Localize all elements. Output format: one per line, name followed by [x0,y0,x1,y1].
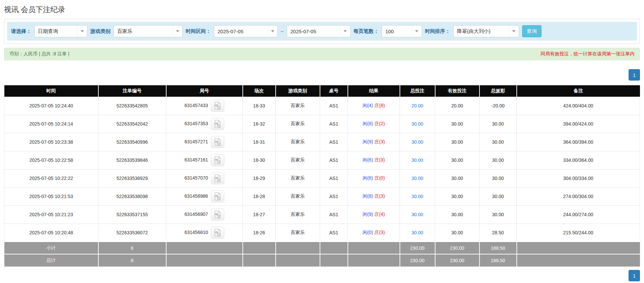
video-file-icon [214,192,221,200]
total-total-bet: 230.00 [400,254,435,267]
query-type-dropdown[interactable]: 日期查询 [34,25,87,37]
chevron-down-icon [267,26,277,37]
page-title: 视讯 会员下注纪录 [4,5,640,15]
video-file-icon [214,120,221,128]
column-header-10: 备注 [517,85,640,97]
sort-order-value: 降幂(由大到小) [454,26,509,37]
video-replay-button[interactable] [211,118,224,130]
total-empty-cell [320,254,348,267]
result-player: 闲(4) [363,103,373,108]
table-header-row: 时间注单编号局号场次游戏类别桌号结果总投注有效投注总派彩备注 [4,85,640,97]
total-bet-link[interactable]: 20.00 [411,103,423,108]
total-bet-link[interactable]: 30.00 [411,230,423,235]
cell-result: 闲(6) 庄(3) [348,151,400,169]
cell-result: 闲(8) 庄(2) [348,115,400,133]
cell-table-no: AS1 [320,97,348,115]
cell-valid-bet: 20.00 [435,97,479,115]
video-file-icon [214,229,221,237]
cell-bet-id: 522633542042 [98,115,166,133]
sort-order-dropdown[interactable]: 降幂(由大到小) [453,25,519,37]
table-row: 2025-07-05 10:24:40 522633542805 6314574… [4,97,640,115]
cell-total-bet: 30.00 [400,151,435,169]
video-replay-button[interactable] [211,100,224,112]
video-file-icon [214,102,221,110]
subtotal-payout: 188.50 [479,242,517,254]
cell-session: 18-27 [243,205,276,224]
date-from-picker[interactable]: 2025-07-05 [214,25,278,37]
cell-bet-id: 522633542805 [98,97,166,115]
total-empty-cell [517,254,640,267]
total-payout: 188.50 [479,254,517,267]
total-count: 8 [98,254,166,267]
result-banker: 庄(4) [374,211,385,217]
cell-total-bet: 30.00 [400,224,435,242]
column-header-3: 场次 [243,85,276,97]
cell-round-id: 631456810 [166,224,243,242]
video-replay-button[interactable] [211,154,224,166]
video-replay-button[interactable] [211,172,224,184]
cell-bet-id: 522633539846 [98,151,166,169]
cell-table-no: AS1 [320,133,348,151]
page-container: 视讯 会员下注纪录 请选择： 日期查询 游戏类别 百家乐 时间区间： 2025-… [0,5,644,281]
cell-result: 闲(6) 庄(0) [348,169,400,187]
pagination-bottom: 1 [4,270,640,281]
total-empty-cell [166,254,243,267]
pagination-top: 1 [4,69,640,81]
subtotal-total-bet: 230.00 [400,242,435,254]
table-row: 2025-07-05 10:22:58 522633539846 6314571… [4,151,640,169]
page-size-dropdown[interactable]: 100 [382,25,422,37]
page-size-value: 100 [382,26,412,37]
cell-payout: 30.00 [479,169,517,187]
total-bet-link[interactable]: 30.00 [411,121,423,127]
result-player: 闲(6) [363,157,373,162]
video-replay-button[interactable] [211,208,224,221]
video-replay-button[interactable] [211,227,224,239]
cell-payout: 30.00 [479,115,517,133]
cell-table-no: AS1 [320,187,348,205]
total-bet-link[interactable]: 30.00 [411,194,423,199]
cell-valid-bet: 30.00 [435,187,479,205]
round-id-text: 631457353 [184,121,208,126]
cell-remark: 304.00/334.00 [517,169,640,187]
chevron-down-icon [340,26,350,37]
total-bet-link[interactable]: 30.00 [411,157,423,163]
page-1-button[interactable]: 1 [629,270,640,281]
query-type-value: 日期查询 [35,26,77,37]
chevron-down-icon [509,26,519,37]
video-replay-button[interactable] [211,190,224,202]
total-bet-link[interactable]: 30.00 [411,212,423,217]
video-replay-button[interactable] [211,136,224,148]
time-range-label: 时间区间： [186,28,211,35]
cell-table-no: AS1 [320,224,348,242]
subtotal-count: 8 [98,242,166,254]
cell-session: 18-31 [243,133,276,151]
round-id-text: 631457070 [184,175,208,181]
result-banker: 庄(3) [374,157,385,162]
cell-remark: 215.50/244.00 [517,224,640,242]
subtotal-empty-cell [166,242,243,254]
range-separator: ~ [281,29,284,34]
cell-round-id: 631457433 [166,97,243,115]
cell-session: 18-26 [243,224,276,242]
cell-total-bet: 30.00 [400,205,435,224]
select-type-label: 请选择： [11,28,31,35]
chevron-down-icon [77,26,87,37]
total-bet-link[interactable]: 30.00 [411,176,423,181]
cell-time: 2025-07-05 10:24:14 [4,115,98,133]
cell-session: 18-28 [243,187,276,205]
cell-payout: 28.50 [479,224,517,242]
currency-total-text: 币别：人民币 | 总共 :8 注单 | [9,51,69,57]
date-to-picker[interactable]: 2025-07-05 [287,25,351,37]
table-row: 2025-07-05 10:21:23 522633537155 6314569… [4,205,640,224]
total-bet-link[interactable]: 30.00 [411,139,423,145]
game-type-label: 游戏类别 [90,28,110,35]
cell-payout: 30.00 [479,205,517,224]
game-type-dropdown[interactable]: 百家乐 [113,25,183,37]
video-file-icon [214,210,221,219]
table-row: 2025-07-05 10:23:38 522633540996 6314572… [4,133,640,151]
column-header-9: 总派彩 [479,85,517,97]
total-empty-cell [276,254,320,267]
cell-result: 闲(9) 庄(4) [348,205,400,224]
search-button[interactable]: 查询 [522,25,542,37]
page-1-button[interactable]: 1 [629,69,640,81]
